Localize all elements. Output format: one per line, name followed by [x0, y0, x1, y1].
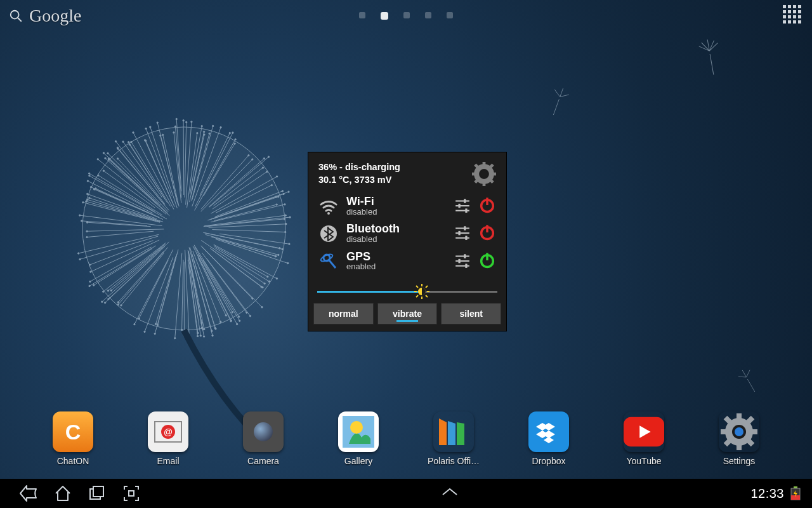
sound-mode-vibrate[interactable]: vibrate: [377, 303, 438, 324]
app-gallery[interactable]: Gallery: [330, 411, 387, 466]
svg-rect-311: [793, 20, 796, 23]
app-youtube[interactable]: YouTube: [615, 411, 672, 466]
svg-point-22: [275, 255, 277, 257]
screenshot-button[interactable]: [114, 479, 148, 508]
svg-point-26: [129, 144, 130, 145]
home-button[interactable]: [46, 479, 80, 508]
gps-label[interactable]: GPSenabled: [346, 251, 447, 272]
svg-line-145: [145, 257, 173, 331]
battery-icon[interactable]: [790, 486, 801, 500]
google-search[interactable]: Google: [9, 6, 81, 26]
svg-line-179: [215, 191, 283, 217]
svg-point-18: [107, 290, 108, 291]
svg-line-193: [80, 236, 158, 259]
svg-rect-331: [486, 198, 488, 206]
svg-point-6: [283, 193, 284, 194]
svg-point-122: [162, 134, 163, 135]
svg-line-25: [129, 145, 165, 199]
svg-point-102: [203, 336, 204, 337]
svg-point-280: [98, 175, 99, 176]
status-clock[interactable]: 12:33: [750, 486, 784, 501]
back-button[interactable]: [11, 479, 46, 508]
svg-line-209: [188, 250, 202, 328]
recent-apps-button[interactable]: [80, 479, 114, 508]
svg-point-74: [77, 253, 79, 254]
wifi-power-button[interactable]: [478, 196, 496, 216]
svg-point-254: [229, 132, 230, 133]
app-polaris[interactable]: Polaris Offi…: [425, 411, 482, 466]
svg-line-75: [111, 247, 162, 291]
svg-line-217: [206, 234, 278, 255]
bluetooth-label[interactable]: Bluetoothdisabled: [346, 223, 447, 244]
svg-line-129: [103, 153, 167, 213]
brightness-icon: [414, 284, 429, 299]
svg-line-9: [189, 257, 202, 330]
svg-point-210: [201, 327, 202, 328]
wallpaper-dandelion: [70, 108, 336, 451]
gps-settings-button[interactable]: [454, 252, 471, 271]
gps-power-button[interactable]: [478, 251, 496, 271]
svg-point-323: [327, 212, 330, 215]
svg-line-267: [118, 247, 167, 304]
svg-line-203: [185, 122, 187, 197]
app-camera[interactable]: Camera: [235, 411, 292, 466]
svg-point-162: [89, 285, 90, 286]
wifi-label[interactable]: Wi-Fidisabled: [346, 196, 447, 217]
page-dot-2[interactable]: [403, 12, 410, 18]
page-dot-4[interactable]: [447, 12, 453, 18]
svg-point-184: [230, 321, 232, 322]
svg-point-124: [176, 118, 177, 119]
svg-line-33: [216, 239, 288, 264]
svg-rect-302: [788, 10, 791, 13]
sound-mode-normal[interactable]: normal: [313, 303, 374, 324]
svg-line-253: [200, 133, 230, 196]
wallpaper-seed: [688, 35, 733, 79]
svg-rect-317: [491, 172, 496, 175]
svg-point-132: [225, 315, 226, 316]
app-settings[interactable]: Settings: [710, 411, 768, 466]
svg-point-224: [232, 132, 233, 133]
wifi-settings-button[interactable]: [454, 197, 471, 215]
svg-point-120: [87, 199, 88, 200]
svg-point-140: [211, 330, 213, 331]
svg-line-291: [747, 379, 755, 392]
svg-line-139: [189, 248, 212, 331]
page-dot-0[interactable]: [359, 12, 365, 18]
sound-mode-silent[interactable]: silent: [441, 303, 501, 324]
brightness-slider[interactable]: [317, 284, 497, 299]
home-page-indicator[interactable]: [359, 12, 453, 20]
svg-line-181: [98, 159, 166, 215]
svg-rect-368: [750, 429, 757, 434]
svg-line-115: [103, 171, 155, 208]
svg-line-281: [710, 54, 714, 74]
svg-rect-366: [737, 443, 742, 450]
apps-drawer-button[interactable]: [782, 4, 803, 28]
gear-icon[interactable]: [472, 162, 496, 186]
app-chaton[interactable]: CChatON: [44, 411, 102, 466]
svg-rect-337: [459, 231, 461, 236]
page-dot-1[interactable]: [381, 12, 388, 20]
svg-point-208: [276, 176, 277, 177]
svg-line-221: [129, 142, 167, 203]
page-dot-3[interactable]: [425, 12, 431, 18]
notification-expand-button[interactable]: [439, 486, 461, 501]
screenshot-icon: [122, 484, 141, 503]
svg-line-149: [188, 260, 197, 336]
svg-point-20: [289, 243, 290, 244]
svg-point-82: [89, 175, 90, 177]
svg-line-67: [109, 159, 157, 204]
svg-rect-338: [465, 236, 467, 241]
wifi-status: disabled: [346, 208, 447, 217]
svg-rect-301: [783, 10, 786, 13]
app-email[interactable]: @Email: [140, 411, 197, 466]
svg-line-231: [150, 127, 178, 208]
svg-line-61: [160, 135, 178, 202]
svg-point-196: [155, 323, 156, 324]
svg-point-252: [134, 323, 135, 324]
bluetooth-settings-button[interactable]: [454, 224, 471, 243]
svg-rect-312: [798, 20, 801, 23]
svg-point-248: [117, 147, 118, 148]
bluetooth-power-button[interactable]: [478, 224, 496, 243]
app-dropbox[interactable]: Dropbox: [520, 411, 577, 466]
svg-line-241: [175, 253, 182, 338]
